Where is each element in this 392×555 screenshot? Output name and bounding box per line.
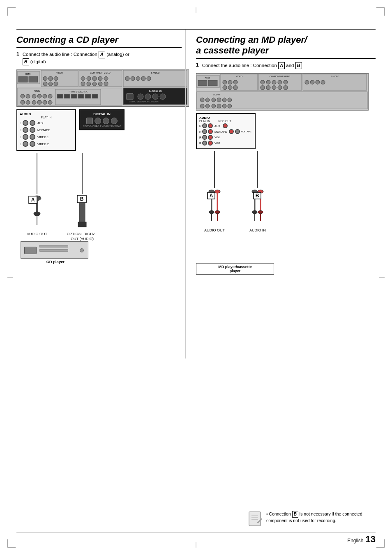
svg-point-105	[284, 86, 288, 90]
note-icon	[248, 511, 263, 528]
svg-point-51	[21, 100, 25, 104]
svg-point-110	[316, 80, 320, 84]
svg-point-48	[37, 94, 42, 98]
svg-point-9	[54, 76, 58, 81]
column-divider	[185, 30, 186, 358]
note-section: • Connection B is not necessary if the c…	[248, 511, 376, 528]
svg-point-100	[284, 80, 288, 84]
svg-point-91	[223, 86, 227, 90]
cd-step-text: Connect the audio line : Connection A (a…	[23, 51, 129, 65]
svg-rect-34	[127, 93, 133, 100]
svg-point-30	[141, 76, 145, 81]
svg-text:HDMI: HDMI	[205, 76, 210, 79]
svg-point-114	[200, 98, 204, 102]
corner-mark-bl	[7, 539, 16, 548]
svg-point-49	[43, 94, 47, 98]
cd-diagram: HDMI VIDEO COMPONENT VIDEO	[16, 69, 182, 264]
svg-rect-61	[71, 94, 77, 98]
digital-in-box: DIGITAL IN CD/DVD VIDEO 1 VIDEO 2 DVD/SA…	[79, 109, 125, 130]
svg-point-47	[32, 94, 36, 98]
center-mark-left	[7, 278, 13, 278]
bottom-divider	[16, 532, 376, 533]
svg-point-35	[138, 94, 143, 99]
svg-text:AUDIO: AUDIO	[34, 90, 40, 92]
svg-point-28	[131, 76, 135, 81]
digital-in-label: DIGITAL IN	[83, 112, 121, 116]
right-column: Connecting an MD player/ a cassette play…	[196, 30, 376, 275]
svg-point-111	[321, 80, 325, 84]
svg-point-119	[228, 98, 232, 102]
svg-point-38	[160, 94, 166, 99]
svg-point-24	[104, 82, 108, 86]
svg-text:VIDEO 1: VIDEO 1	[137, 101, 144, 103]
svg-rect-4	[29, 76, 38, 82]
svg-rect-3	[18, 76, 28, 82]
svg-point-88	[223, 80, 227, 84]
md-device-label: MD player/cassetteplayer	[196, 264, 274, 274]
svg-point-7	[43, 76, 47, 81]
box-a-cd: A	[99, 51, 105, 58]
svg-point-121	[205, 104, 210, 108]
svg-point-15	[81, 76, 85, 81]
svg-rect-60	[64, 94, 70, 98]
svg-point-21	[87, 82, 91, 86]
svg-point-96	[261, 80, 265, 84]
svg-point-37	[152, 94, 158, 99]
svg-point-142	[252, 210, 257, 214]
svg-point-52	[26, 100, 30, 104]
svg-text:A: A	[210, 193, 213, 199]
svg-point-29	[136, 76, 140, 81]
svg-point-115	[205, 98, 210, 102]
svg-rect-62	[78, 94, 84, 98]
cd-step-number: 1	[16, 51, 19, 57]
svg-point-12	[54, 82, 58, 86]
md-receiver-panel: HDMI VIDEO COMPONENT VIDEO	[196, 73, 369, 112]
svg-point-103	[272, 86, 276, 90]
svg-point-118	[222, 98, 226, 102]
md-connection-diagram: A B AUDIO OUT	[196, 151, 319, 275]
svg-point-125	[228, 104, 232, 108]
note-bullet: •	[266, 511, 268, 516]
svg-rect-84	[198, 80, 207, 86]
svg-point-53	[32, 100, 36, 104]
main-content: Connecting a CD player 1 Connect the aud…	[16, 30, 376, 530]
svg-point-128	[214, 190, 220, 193]
svg-text:OPTICAL DIGITAL: OPTICAL DIGITAL	[67, 232, 97, 236]
svg-text:FRONT SPEAKERS A: FRONT SPEAKERS A	[69, 91, 88, 93]
svg-text:OUT (AUDIO): OUT (AUDIO)	[71, 237, 94, 241]
svg-point-23	[98, 82, 102, 86]
svg-text:CD/DVD: CD/DVD	[129, 101, 136, 103]
svg-text:VIDEO: VIDEO	[56, 72, 63, 74]
svg-text:AUDIO IN: AUDIO IN	[249, 228, 266, 232]
box-b-cd: B	[23, 58, 29, 65]
svg-point-97	[266, 80, 270, 84]
svg-point-8	[48, 76, 53, 81]
svg-text:B: B	[80, 196, 84, 202]
svg-point-16	[87, 76, 91, 81]
svg-point-108	[305, 80, 309, 84]
svg-point-31	[147, 76, 151, 81]
svg-point-123	[217, 104, 221, 108]
center-mark-bottom	[196, 542, 196, 548]
svg-text:AUDIO: AUDIO	[213, 93, 220, 96]
svg-point-99	[278, 80, 282, 84]
page-language: English	[347, 538, 363, 543]
corner-mark-tr	[376, 7, 385, 16]
svg-point-98	[272, 80, 276, 84]
svg-text:VIDEO: VIDEO	[236, 75, 242, 78]
md-device-label-box: MD player/cassetteplayer	[196, 263, 274, 275]
center-mark-top	[196, 7, 196, 13]
svg-point-55	[43, 100, 47, 104]
svg-point-122	[212, 104, 216, 108]
md-step-text: Connect the audio line : Connection A an…	[202, 62, 302, 69]
svg-text:B: B	[256, 193, 259, 199]
svg-text:DVD/SAT: DVD/SAT	[151, 101, 159, 103]
svg-rect-85	[208, 80, 217, 86]
cd-section-title: Connecting a CD player	[16, 35, 182, 48]
svg-point-143	[258, 210, 263, 214]
play-in-label: PLAY IN	[20, 116, 73, 119]
svg-text:VIDEO 2: VIDEO 2	[144, 101, 152, 103]
note-box-b: B	[292, 511, 298, 518]
svg-point-27	[125, 76, 129, 81]
svg-point-89	[228, 80, 232, 84]
